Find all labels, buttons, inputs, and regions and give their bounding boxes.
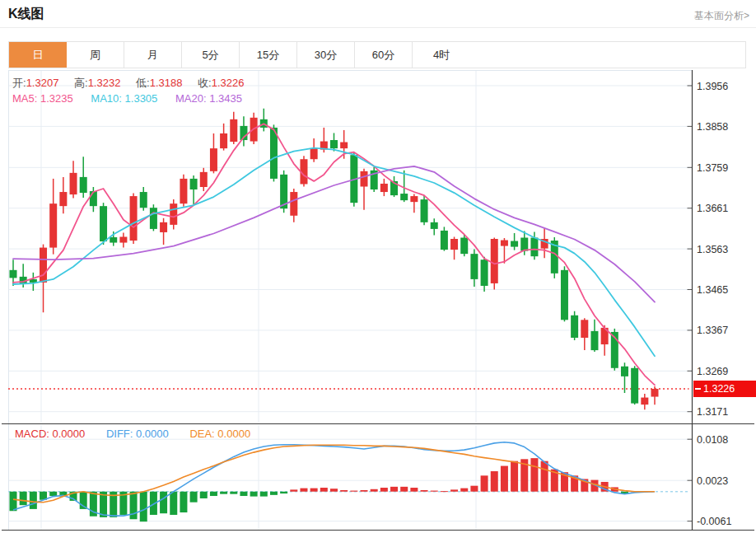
high-value: 1.3232 <box>88 77 121 89</box>
candle-body <box>481 259 488 286</box>
candle-body <box>581 320 588 338</box>
open-label: 开: <box>12 77 26 89</box>
candle-body <box>160 222 167 232</box>
macd-bar <box>380 488 388 492</box>
candle-body <box>210 148 217 171</box>
candle-body <box>70 173 77 194</box>
candle-body <box>40 248 47 283</box>
macd-bar <box>501 466 508 492</box>
high-label: 高: <box>74 77 88 89</box>
y-axis-label: 1.3858 <box>697 121 728 133</box>
macd-bar <box>320 488 328 492</box>
macd-bar <box>460 489 468 492</box>
candle-body <box>410 196 418 202</box>
close-value: 1.3226 <box>212 77 245 89</box>
candle-body <box>190 179 198 189</box>
macd-bar <box>300 489 307 492</box>
macd-bar <box>180 492 187 512</box>
ma-line-ma20 <box>13 166 655 302</box>
candle-body <box>431 222 438 229</box>
candle-body <box>180 179 187 203</box>
ma20-value: 1.3435 <box>209 92 242 105</box>
macd-bar <box>431 491 438 492</box>
macd-bar <box>450 489 458 491</box>
macd-bar <box>511 461 518 492</box>
macd-bar <box>491 471 498 492</box>
y-axis-label: 1.3661 <box>697 203 728 214</box>
macd-bar <box>270 492 278 495</box>
ma-line-ma10 <box>13 148 655 357</box>
y-axis-label: 1.3759 <box>697 162 728 174</box>
candle-body <box>421 199 428 222</box>
dea-value-label: DEA: 0.0000 <box>189 428 250 440</box>
macd-bar <box>210 492 217 496</box>
candle-body <box>220 133 227 148</box>
candle-body <box>59 192 67 206</box>
macd-bar <box>361 490 368 492</box>
candle-body <box>200 172 208 187</box>
dea-line <box>13 445 655 502</box>
macd-bar <box>290 489 297 491</box>
y-axis-label: 1.3171 <box>697 406 728 418</box>
candle-body <box>590 331 598 350</box>
candle-body <box>330 140 338 148</box>
macd-bar <box>10 492 17 512</box>
candle-body <box>621 367 628 376</box>
macd-bar <box>350 491 357 492</box>
y-axis-label: 1.3269 <box>697 366 728 377</box>
low-value: 1.3188 <box>150 77 183 89</box>
macd-bar <box>470 486 478 492</box>
ma5-label: MA5: <box>12 92 37 105</box>
candle-body <box>491 239 498 283</box>
diff-line <box>13 442 655 516</box>
close-label: 收: <box>198 77 212 89</box>
ma10-value: 1.3305 <box>125 92 158 105</box>
macd-bar <box>250 492 258 497</box>
candle-body <box>511 241 518 247</box>
ma5-value: 1.3235 <box>40 92 73 105</box>
candle-body <box>110 237 117 243</box>
ma10-label: MA10: <box>91 92 122 105</box>
macd-bar <box>160 492 167 513</box>
candle-body <box>10 270 17 278</box>
candle-body <box>530 237 538 256</box>
macd-bar <box>49 492 57 496</box>
macd-bar <box>390 487 398 492</box>
macd-bar <box>441 491 448 492</box>
candle-body <box>119 236 127 242</box>
candle-body <box>140 192 147 208</box>
macd-bar <box>220 492 227 494</box>
macd-bar <box>410 488 418 492</box>
candle-body <box>470 254 478 279</box>
macd-bar <box>310 489 318 492</box>
candle-body <box>571 316 578 338</box>
candle-body <box>460 237 468 254</box>
macd-bar <box>530 458 538 492</box>
macd-axis-label: 0.0108 <box>697 434 728 446</box>
candle-body <box>80 177 87 193</box>
candle-body <box>90 191 97 206</box>
macd-bar <box>130 492 138 520</box>
candle-body <box>400 194 408 200</box>
candle-body <box>150 208 157 229</box>
candle-body <box>520 237 528 250</box>
candle-body <box>450 239 458 250</box>
macd-bar <box>260 492 268 497</box>
macd-axis-label: -0.0061 <box>697 516 731 527</box>
candle-body <box>641 398 648 405</box>
candle-body <box>380 184 388 192</box>
macd-bar <box>280 492 287 493</box>
candle-body <box>130 196 138 241</box>
y-axis-label: 1.3367 <box>697 325 728 336</box>
candle-body <box>230 119 237 142</box>
candle-body <box>631 368 638 404</box>
macd-axis-label: 0.0023 <box>697 475 728 487</box>
candle-body <box>49 203 57 247</box>
candle-body <box>441 231 448 250</box>
ma-line-ma5 <box>13 124 655 385</box>
candle-body <box>340 143 348 149</box>
macd-bar <box>240 492 247 496</box>
ma-legend: MA5: 1.3235 MA10: 1.3305 MA20: 1.3435 <box>12 92 257 105</box>
macd-bar <box>371 489 378 492</box>
y-axis-label: 1.3465 <box>697 284 728 296</box>
